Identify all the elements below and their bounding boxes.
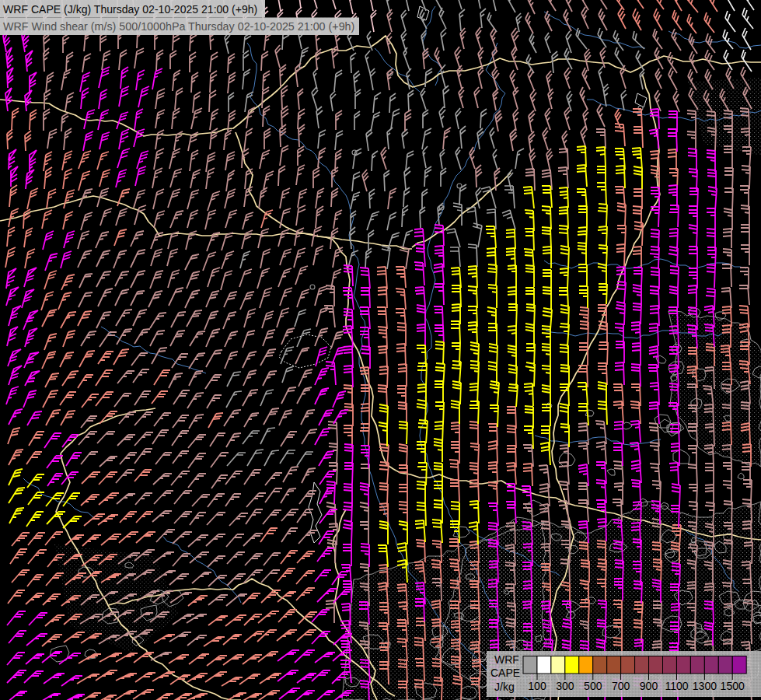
svg-text:1100: 1100 xyxy=(665,680,688,692)
svg-text:1300: 1300 xyxy=(693,680,717,692)
svg-text:J/kg: J/kg xyxy=(494,681,515,693)
svg-text:700: 700 xyxy=(612,680,630,692)
svg-text:900: 900 xyxy=(640,680,658,692)
svg-text:100: 100 xyxy=(528,680,546,692)
svg-text:WRF: WRF xyxy=(494,653,519,666)
svg-text:CAPE: CAPE xyxy=(490,667,520,679)
svg-text:1500: 1500 xyxy=(721,680,745,692)
svg-text:300: 300 xyxy=(556,680,574,692)
svg-text:WRF Wind shear (m/s) 500/1000h: WRF Wind shear (m/s) 500/1000hPa Thursda… xyxy=(3,20,354,33)
svg-text:WRF CAPE (J/kg) Thursday 02-10: WRF CAPE (J/kg) Thursday 02-10-2025 21:0… xyxy=(3,3,257,16)
svg-text:500: 500 xyxy=(584,680,602,692)
